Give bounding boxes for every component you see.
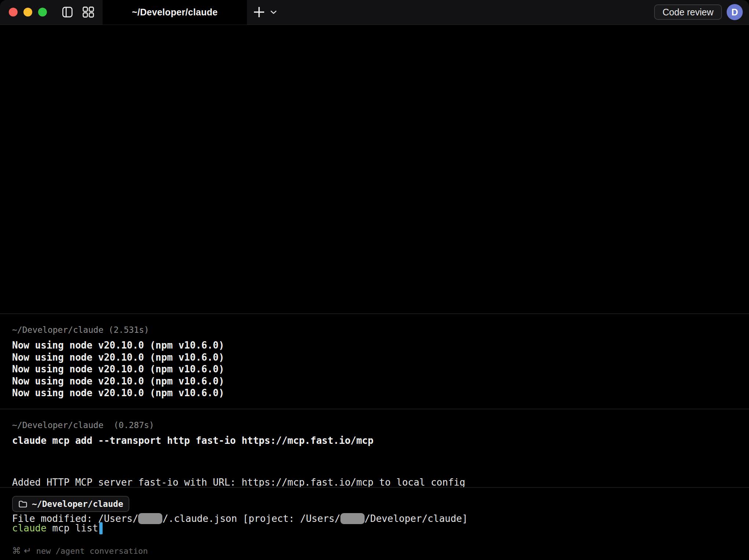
text-cursor (99, 522, 103, 534)
tab-options-button[interactable] (270, 10, 277, 14)
zoom-window-button[interactable] (38, 8, 47, 16)
cwd-badge-label: ~/Developer/claude (32, 499, 123, 509)
command-input[interactable]: claude mcp list (12, 522, 737, 535)
command-text: claude mcp add --transport http fast-io … (12, 435, 737, 447)
chevron-down-icon (270, 10, 277, 14)
new-tab-button[interactable] (254, 7, 265, 18)
output-line: Now using node v20.10.0 (npm v10.6.0) (12, 375, 737, 387)
output-line: Now using node v20.10.0 (npm v10.6.0) (12, 363, 737, 375)
titlebar: ~/Developer/claude Code review D (0, 0, 749, 25)
command-token-rest: mcp list (47, 523, 98, 534)
block-header: ~/Developer/claude (0.287s) (12, 420, 737, 430)
user-avatar[interactable]: D (727, 4, 743, 20)
folder-icon (18, 500, 27, 508)
shortcut-hint: ⌘ ↵ new /agent conversation (12, 546, 737, 556)
code-review-button[interactable]: Code review (654, 4, 722, 20)
grid-icon (82, 7, 95, 18)
terminal-content: ~/Developer/claude (2.531s) Now using no… (0, 25, 749, 560)
plus-icon (254, 7, 265, 18)
terminal-window: ~/Developer/claude Code review D (0, 0, 749, 560)
prompt-block: ~/Developer/claude claude mcp list ⌘ ↵ n… (0, 487, 749, 560)
launcher-grid-button[interactable] (82, 7, 95, 18)
minimize-window-button[interactable] (23, 8, 32, 16)
tab-developer-claude[interactable]: ~/Developer/claude (103, 0, 247, 25)
output-line: Now using node v20.10.0 (npm v10.6.0) (12, 351, 737, 364)
cwd-badge[interactable]: ~/Developer/claude (12, 496, 129, 512)
cmd-return-keys-icon: ⌘ ↵ (12, 546, 31, 556)
sidebar-panel-icon (62, 7, 73, 18)
output-line: Now using node v20.10.0 (npm v10.6.0) (12, 387, 737, 399)
empty-scrollback (0, 25, 749, 313)
tab-title: ~/Developer/claude (132, 7, 218, 18)
command-block-node-versions: ~/Developer/claude (2.531s) Now using no… (0, 313, 749, 409)
sidebar-toggle-button[interactable] (62, 7, 73, 18)
output-line: Now using node v20.10.0 (npm v10.6.0) (12, 339, 737, 351)
command-token-highlighted: claude (12, 523, 47, 534)
hint-text: new /agent conversation (36, 546, 148, 556)
command-block-mcp-add: ~/Developer/claude (0.287s) claude mcp a… (0, 409, 749, 487)
window-controls (9, 8, 47, 16)
block-header: ~/Developer/claude (2.531s) (12, 325, 737, 335)
close-window-button[interactable] (9, 8, 18, 16)
